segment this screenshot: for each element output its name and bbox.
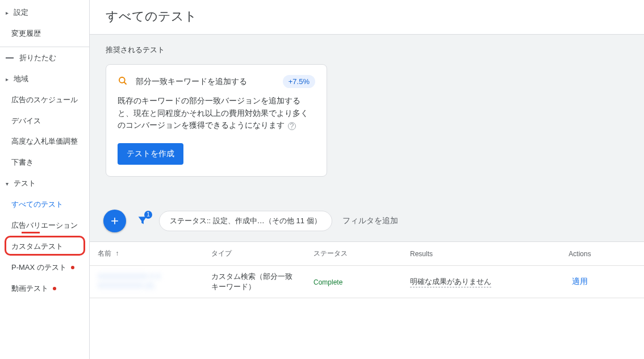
sidebar-item-custom-test[interactable]: カスタムテスト xyxy=(0,236,89,257)
recommendation-card: 部分一致キーワードを追加する +7.5% 既存のキーワードの部分一致バージョンを… xyxy=(106,64,327,177)
col-header-name[interactable]: 名前 ↑ xyxy=(90,243,203,264)
col-header-status[interactable]: ステータス xyxy=(306,243,402,264)
filter-count-badge: 1 xyxy=(144,211,152,219)
cell-name: XXXXXXXXXXX X X XXXXXXXXXX (X) xyxy=(90,267,203,296)
percentage-badge: +7.5% xyxy=(283,75,315,88)
cell-type: カスタム検索（部分一致キーワード） xyxy=(203,266,306,298)
recommended-label: 推奨されるテスト xyxy=(106,45,628,55)
sidebar-item-settings[interactable]: ▸ 設定 xyxy=(0,2,89,23)
sidebar-item-ad-schedule[interactable]: 広告のスケジュール xyxy=(0,90,89,111)
sidebar-item-ad-variations[interactable]: 広告バリエーション xyxy=(0,215,89,236)
caret-right-icon: ▸ xyxy=(6,9,10,16)
sidebar-item-pmax-test[interactable]: P-MAX のテスト xyxy=(0,257,89,278)
sort-ascending-icon: ↑ xyxy=(115,249,119,257)
col-header-actions[interactable]: Actions xyxy=(516,244,644,264)
table-row[interactable]: XXXXXXXXXXX X X XXXXXXXXXX (X) カスタム検索（部分… xyxy=(90,266,644,298)
sidebar-item-label: 地域 xyxy=(14,74,28,84)
sidebar-item-device[interactable]: デバイス xyxy=(0,111,89,132)
card-title: 部分一致キーワードを追加する xyxy=(136,77,275,87)
filter-chip-status[interactable]: ステータス:: 設定、作成中…（その他 11 個） xyxy=(159,211,332,231)
sidebar-item-label: 動画テスト xyxy=(11,284,48,294)
cell-results: 明確な成果がありません xyxy=(402,271,516,293)
cell-actions: 適用 xyxy=(516,271,644,293)
sidebar-item-label: すべてのテスト xyxy=(11,200,63,210)
sidebar-item-label: 下書き xyxy=(11,158,34,168)
sidebar-item-label: テスト xyxy=(14,179,36,189)
col-header-type[interactable]: タイプ xyxy=(203,243,306,264)
sidebar-item-all-tests[interactable]: すべてのテスト xyxy=(0,194,89,215)
sidebar-item-label: 設定 xyxy=(14,8,28,18)
add-filter-button[interactable]: フィルタを追加 xyxy=(342,216,398,226)
collapse-icon xyxy=(6,57,14,59)
tests-table: 名前 ↑ タイプ ステータス Results Actions XXXXXXXXX… xyxy=(90,241,644,359)
sidebar-item-label: 変更履歴 xyxy=(11,29,41,39)
new-dot-icon xyxy=(53,287,56,290)
col-header-label: 名前 xyxy=(98,249,111,257)
sidebar-collapse[interactable]: 折りたたむ xyxy=(0,47,89,69)
svg-line-1 xyxy=(124,82,126,84)
sidebar-item-draft[interactable]: 下書き xyxy=(0,152,89,173)
caret-right-icon: ▸ xyxy=(6,76,10,83)
sidebar: ▸ 設定 変更履歴 折りたたむ ▸ 地域 広告のスケジュール デバイス 高度な入… xyxy=(0,0,90,359)
results-text: 明確な成果がありません xyxy=(410,277,491,287)
help-icon[interactable]: ? xyxy=(288,122,296,130)
apply-link[interactable]: 適用 xyxy=(572,277,588,286)
sidebar-item-advanced-bid[interactable]: 高度な入札単価調整 xyxy=(0,131,89,152)
col-header-results[interactable]: Results xyxy=(402,244,516,264)
table-header-row: 名前 ↑ タイプ ステータス Results Actions xyxy=(90,242,644,266)
redacted-text: XXXXXXXXXXX X X XXXXXXXXXX (X) xyxy=(98,273,195,290)
sidebar-item-label: カスタムテスト xyxy=(11,242,63,252)
recommended-tests-section: 推奨されるテスト 部分一致キーワードを追加する +7.5% 既存のキーワードの部… xyxy=(90,35,644,179)
sidebar-item-label: 広告バリエーション xyxy=(11,221,78,231)
new-dot-icon xyxy=(71,266,74,269)
sidebar-item-label: 折りたたむ xyxy=(19,53,56,63)
cell-status: Complete xyxy=(306,272,402,292)
page-title: すべてのテスト xyxy=(90,0,644,35)
sidebar-item-region[interactable]: ▸ 地域 xyxy=(0,69,89,90)
sidebar-item-change-history[interactable]: 変更履歴 xyxy=(0,23,89,44)
main-content: すべてのテスト 推奨されるテスト 部分一致キーワードを追加する +7.5% 既存… xyxy=(90,0,644,359)
sidebar-item-label: デバイス xyxy=(11,116,41,126)
search-icon xyxy=(118,76,128,88)
card-description: 既存のキーワードの部分一致バージョンを追加すると、現在と同程度かそれ以上の費用対… xyxy=(118,95,315,132)
add-button[interactable] xyxy=(103,210,126,232)
sidebar-item-video-test[interactable]: 動画テスト xyxy=(0,278,89,299)
caret-down-icon: ▾ xyxy=(6,180,10,187)
sidebar-item-label: P-MAX のテスト xyxy=(11,263,66,273)
status-badge: Complete xyxy=(313,278,342,286)
card-desc-text: 既存のキーワードの部分一致バージョンを追加すると、現在と同程度かそれ以上の費用対… xyxy=(118,96,308,130)
sidebar-item-test[interactable]: ▾ テスト xyxy=(0,173,89,194)
sidebar-item-label: 広告のスケジュール xyxy=(11,95,78,105)
sidebar-item-label: 高度な入札単価調整 xyxy=(11,137,78,147)
filter-icon[interactable]: 1 xyxy=(136,214,149,228)
filter-row: 1 ステータス:: 設定、作成中…（その他 11 個） フィルタを追加 xyxy=(90,179,644,241)
create-test-button[interactable]: テストを作成 xyxy=(118,143,183,165)
